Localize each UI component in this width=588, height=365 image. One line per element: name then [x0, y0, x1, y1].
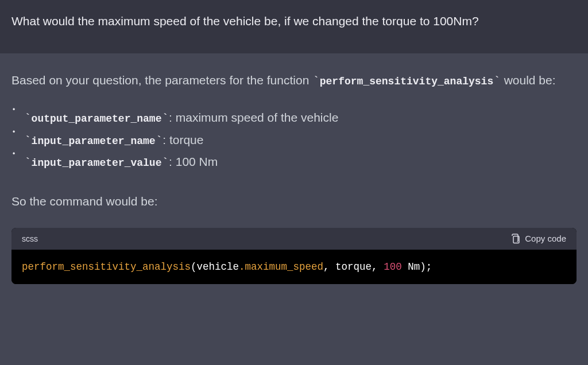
- backtick: `: [156, 134, 163, 147]
- param-value: : 100 Nm: [169, 155, 218, 168]
- intro-text: Based on your question, the parameters f…: [11, 71, 577, 91]
- code-token-number: 100: [384, 261, 402, 273]
- code-token: (vehicle: [191, 261, 239, 273]
- code-token: , torque,: [323, 261, 384, 273]
- list-item: `input_parameter_name`: torque: [24, 130, 577, 152]
- code-language-label: scss: [22, 234, 38, 243]
- code-block: scss Copy code perform_sensitivity_analy…: [11, 228, 577, 284]
- code-header: scss Copy code: [11, 228, 577, 250]
- intro-prefix: Based on your question, the parameters f…: [11, 73, 312, 87]
- user-message: What would the maximum speed of the vehi…: [0, 0, 588, 53]
- list-item: `output_parameter_name`: maximum speed o…: [24, 107, 577, 130]
- param-name-code: output_parameter_name: [32, 113, 162, 125]
- backtick: `: [161, 156, 169, 169]
- param-name-code: input_parameter_name: [32, 135, 156, 147]
- param-value: : torque: [163, 133, 203, 146]
- user-question-text: What would the maximum speed of the vehi…: [11, 14, 479, 28]
- param-value: : maximum speed of the vehicle: [169, 111, 338, 124]
- code-token-function: perform_sensitivity_analysis: [22, 261, 191, 273]
- code-token: Nm);: [402, 261, 432, 273]
- param-name-code: input_parameter_value: [32, 157, 162, 169]
- backtick: `: [24, 134, 32, 147]
- so-command-text: So the command would be:: [11, 192, 577, 211]
- backtick: `: [312, 75, 320, 88]
- backtick: `: [24, 156, 32, 169]
- parameter-list: `output_parameter_name`: maximum speed o…: [11, 107, 577, 174]
- backtick: `: [493, 75, 501, 88]
- copy-code-label: Copy code: [525, 234, 566, 243]
- function-name-code: perform_sensitivity_analysis: [320, 76, 493, 87]
- copy-code-button[interactable]: Copy code: [511, 234, 566, 244]
- backtick: `: [161, 112, 169, 125]
- code-content: perform_sensitivity_analysis(vehicle.max…: [11, 250, 577, 284]
- list-item: `input_parameter_value`: 100 Nm: [24, 152, 577, 174]
- clipboard-icon: [511, 234, 520, 244]
- backtick: `: [24, 112, 32, 125]
- code-token-property: .maximum_speed: [239, 261, 323, 273]
- assistant-message: Based on your question, the parameters f…: [0, 53, 588, 295]
- intro-suffix: would be:: [501, 73, 556, 87]
